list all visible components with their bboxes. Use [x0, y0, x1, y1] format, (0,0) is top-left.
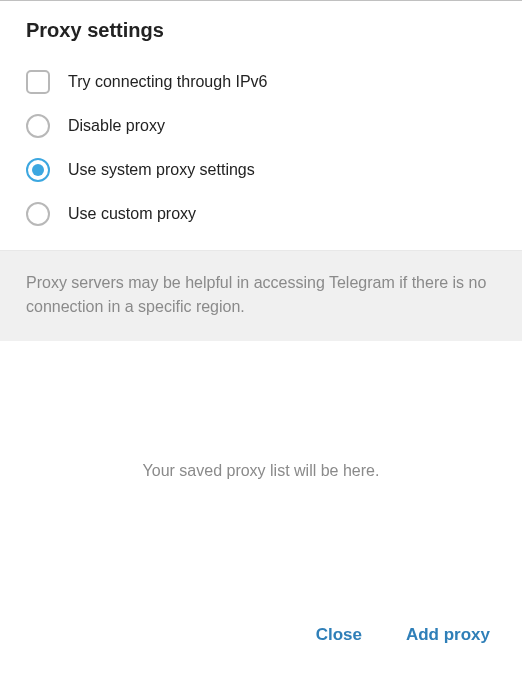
ipv6-label: Try connecting through IPv6	[68, 73, 268, 91]
proxy-options: Try connecting through IPv6 Disable prox…	[0, 52, 522, 250]
hint-text: Proxy servers may be helpful in accessin…	[26, 271, 496, 319]
page-title: Proxy settings	[26, 19, 496, 42]
radio-icon	[26, 202, 50, 226]
system-proxy-radio-row[interactable]: Use system proxy settings	[26, 148, 496, 192]
checkbox-icon	[26, 70, 50, 94]
radio-icon	[26, 114, 50, 138]
ipv6-checkbox-row[interactable]: Try connecting through IPv6	[26, 60, 496, 104]
dialog-footer: Close Add proxy	[0, 601, 522, 673]
proxy-list-empty: Your saved proxy list will be here.	[0, 341, 522, 601]
hint-section: Proxy servers may be helpful in accessin…	[0, 250, 522, 341]
add-proxy-button[interactable]: Add proxy	[404, 621, 492, 649]
custom-proxy-label: Use custom proxy	[68, 205, 196, 223]
radio-selected-icon	[26, 158, 50, 182]
disable-proxy-label: Disable proxy	[68, 117, 165, 135]
close-button[interactable]: Close	[314, 621, 364, 649]
disable-proxy-radio-row[interactable]: Disable proxy	[26, 104, 496, 148]
dialog-header: Proxy settings	[0, 1, 522, 52]
system-proxy-label: Use system proxy settings	[68, 161, 255, 179]
empty-list-text: Your saved proxy list will be here.	[143, 462, 380, 480]
custom-proxy-radio-row[interactable]: Use custom proxy	[26, 192, 496, 236]
